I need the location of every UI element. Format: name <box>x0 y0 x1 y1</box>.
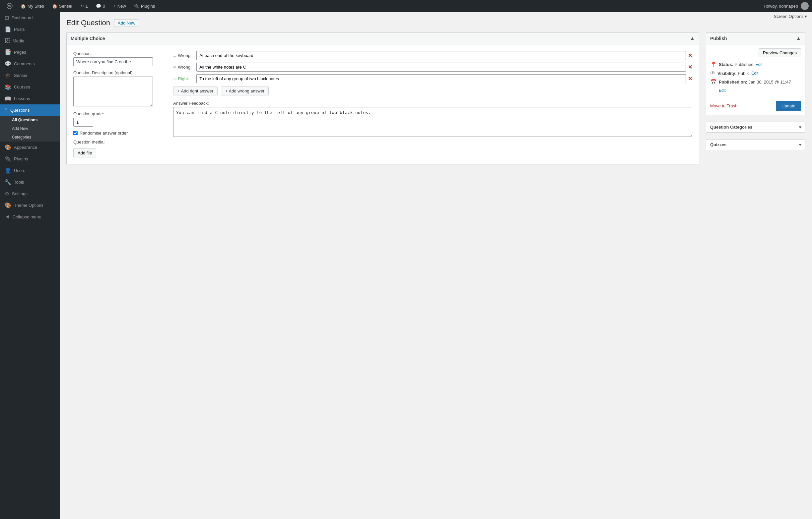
posts-icon: 📄 <box>5 26 11 32</box>
randomise-checkbox[interactable] <box>73 131 78 135</box>
sidebar-item-appearance[interactable]: 🎨 Appearance <box>0 142 60 153</box>
sidebar-item-media[interactable]: 🖼 Media <box>0 35 60 47</box>
submenu-add-new[interactable]: Add New <box>0 124 60 133</box>
mc-body: Question: Question Description (optional… <box>67 44 699 164</box>
sidebar-item-tools[interactable]: 🔧 Tools <box>0 176 60 188</box>
drag-handle-1[interactable]: ≡ <box>173 53 176 58</box>
status-label: Status: Published <box>719 62 754 67</box>
status-edit-link[interactable]: Edit <box>756 62 762 67</box>
question-categories-chevron: ▾ <box>799 125 801 130</box>
sidebar-item-courses[interactable]: 📚 Courses <box>0 81 60 93</box>
sidebar-panels: Publish ▲ Preview Changes 📍 Status: Publ… <box>706 32 805 157</box>
dashboard-icon: ⊟ <box>5 14 9 21</box>
publish-header: Publish ▲ <box>706 33 805 44</box>
question-categories-panel: Question Categories ▾ <box>706 122 805 132</box>
remove-answer-1[interactable]: ✕ <box>688 52 692 59</box>
sidebar-item-plugins[interactable]: 🔌 Plugins <box>0 153 60 165</box>
question-grade-input[interactable] <box>73 118 93 127</box>
users-icon: 👤 <box>5 167 11 174</box>
page-title-area: Edit Question Add New <box>66 19 805 27</box>
answer-row-3: ≡ Right: ✕ <box>173 74 692 83</box>
add-answer-row: + Add right answer + Add wrong answer <box>173 87 692 95</box>
question-desc-label: Question Description (optional): <box>73 70 153 75</box>
published-on-text: Published on: Jan 30, 2015 @ 11:47 <box>719 80 791 85</box>
sidebar-item-settings[interactable]: ⚙ Settings <box>0 188 60 200</box>
sidebar-item-questions[interactable]: ? Questions <box>0 104 60 116</box>
screen-options-button[interactable]: Screen Options ▾ <box>769 12 812 21</box>
sidebar-item-pages[interactable]: 📑 Pages <box>0 47 60 58</box>
question-categories-header[interactable]: Question Categories ▾ <box>706 122 805 132</box>
sidebar-item-dashboard[interactable]: ⊟ Dashboard <box>0 12 60 24</box>
question-desc-textarea[interactable] <box>73 77 153 106</box>
status-icon: 📍 <box>710 61 717 68</box>
status-row: 📍 Status: Published Edit <box>710 61 801 68</box>
sidebar-item-users[interactable]: 👤 Users <box>0 165 60 176</box>
avatar <box>801 2 809 10</box>
drag-handle-2[interactable]: ≡ <box>173 65 176 70</box>
publish-toggle[interactable]: ▲ <box>796 35 801 41</box>
sidebar-item-sensei[interactable]: 🎓 Sensei <box>0 70 60 81</box>
add-wrong-answer-button[interactable]: + Add wrong answer <box>221 87 269 95</box>
answer-input-1[interactable] <box>196 51 686 60</box>
my-sites-item[interactable]: 🏠 My Sites <box>17 0 48 12</box>
sidebar-item-lessons[interactable]: 📖 Lessons <box>0 93 60 104</box>
answer-input-3[interactable] <box>196 74 686 83</box>
question-categories-title: Question Categories <box>710 125 752 130</box>
admin-bar: W 🏠 My Sites 🏠 Sensei ↻ 1 💬 0 + New 🔌 Pl… <box>0 0 812 12</box>
answer-type-1: Wrong: <box>178 53 194 58</box>
answer-input-2[interactable] <box>196 63 686 71</box>
courses-icon: 📚 <box>5 84 11 90</box>
comments-bar-item[interactable]: 💬 0 <box>92 0 109 12</box>
remove-answer-2[interactable]: ✕ <box>688 64 692 70</box>
refresh-icon: ↻ <box>80 4 84 9</box>
comment-icon: 💬 <box>96 4 101 9</box>
new-item[interactable]: + New <box>110 0 129 12</box>
remove-answer-3[interactable]: ✕ <box>688 75 692 82</box>
updates-item[interactable]: ↻ 1 <box>77 0 91 12</box>
submenu-categories[interactable]: Categories <box>0 133 60 142</box>
publish-title: Publish <box>710 36 727 41</box>
publish-body: Preview Changes 📍 Status: Published Edit… <box>706 44 805 115</box>
question-label: Question: <box>73 51 153 56</box>
published-on-edit-link[interactable]: Edit <box>719 88 726 93</box>
mc-collapse-button[interactable]: ▲ <box>690 35 695 41</box>
mc-right-column: ≡ Wrong: ✕ ≡ Wrong: ✕ ≡ <box>173 51 692 157</box>
question-input[interactable] <box>73 57 153 66</box>
preview-changes-button[interactable]: Preview Changes <box>759 49 801 57</box>
quizzes-header[interactable]: Quizzes ▾ <box>706 140 805 150</box>
collapse-icon: ◄ <box>5 214 10 220</box>
visibility-icon: 👁 <box>710 70 716 76</box>
quizzes-panel: Quizzes ▾ <box>706 139 805 150</box>
sensei-bar-item[interactable]: 🏠 Sensei <box>49 0 76 12</box>
answer-type-3: Right: <box>178 76 194 81</box>
sidebar-item-theme-options[interactable]: 🎨 Theme Options <box>0 200 60 211</box>
update-button[interactable]: Update <box>776 101 801 111</box>
mc-header-title: Multiple Choice <box>71 36 105 41</box>
sidebar-item-posts[interactable]: 📄 Posts <box>0 24 60 35</box>
publish-panel: Publish ▲ Preview Changes 📍 Status: Publ… <box>706 32 805 115</box>
feedback-textarea[interactable]: You can find a C note directly to the le… <box>173 107 692 137</box>
visibility-edit-link[interactable]: Edit <box>752 71 759 75</box>
sidebar-item-comments[interactable]: 💬 Comments <box>0 58 60 70</box>
move-to-trash-link[interactable]: Move to Trash <box>710 103 737 109</box>
add-new-button[interactable]: Add New <box>114 19 139 27</box>
screen-options-wrap: Screen Options ▾ <box>769 12 812 21</box>
answer-type-2: Wrong: <box>178 65 194 70</box>
sensei-bar-icon: 🏠 <box>52 4 57 9</box>
status-value: Published <box>735 62 754 67</box>
mc-divider <box>163 51 163 157</box>
plugins-bar-item[interactable]: 🔌 Plugins <box>131 0 158 12</box>
media-icon: 🖼 <box>5 38 10 44</box>
drag-handle-3[interactable]: ≡ <box>173 76 176 82</box>
add-file-button[interactable]: Add file <box>73 149 96 157</box>
published-on-value: Jan 30, 2015 @ 11:47 <box>749 80 791 85</box>
submenu-all-questions[interactable]: All Questions <box>0 116 60 124</box>
add-right-answer-button[interactable]: + Add right answer <box>173 87 218 95</box>
randomise-row: Randomise answer order <box>73 130 153 135</box>
visibility-value: Public <box>738 71 749 76</box>
sidebar-item-collapse[interactable]: ◄ Collapse menu <box>0 211 60 222</box>
settings-icon: ⚙ <box>5 190 9 197</box>
questions-icon: ? <box>5 107 8 113</box>
wp-logo-item[interactable]: W <box>3 0 16 12</box>
published-on-row: 📅 Published on: Jan 30, 2015 @ 11:47 <box>710 79 801 85</box>
